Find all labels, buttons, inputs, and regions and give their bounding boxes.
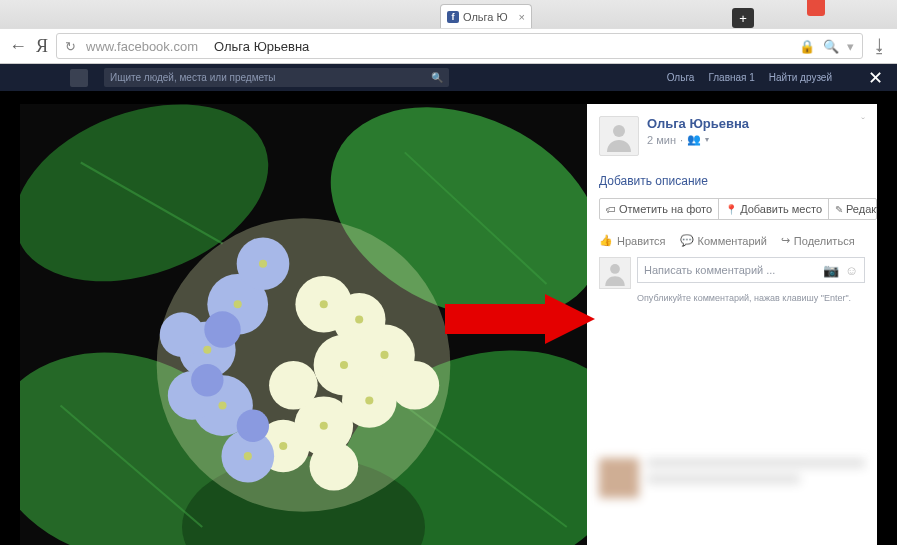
svg-point-23 [160, 312, 205, 357]
my-avatar[interactable] [599, 257, 631, 289]
svg-point-34 [203, 346, 211, 354]
sticker-icon[interactable]: ☺ [845, 263, 858, 278]
svg-point-39 [613, 125, 625, 137]
blurred-content [587, 450, 877, 545]
nav-profile[interactable]: Ольга [667, 72, 695, 83]
tab-close-icon[interactable]: × [519, 11, 525, 23]
like-button[interactable]: 👍 Нравится [599, 234, 666, 247]
camera-icon[interactable]: 📷 [823, 263, 839, 278]
tag-photo-button[interactable]: 🏷 Отметить на фото [600, 199, 719, 219]
share-button[interactable]: ↪ Поделиться [781, 234, 855, 247]
like-icon: 👍 [599, 234, 613, 247]
svg-point-16 [310, 442, 359, 491]
edit-button[interactable]: ✎ Редактиро [829, 199, 877, 219]
reaction-bar: 👍 Нравится 💬 Комментарий ↪ Поделиться [599, 234, 865, 247]
svg-point-37 [279, 442, 287, 450]
zoom-icon[interactable]: 🔍 [823, 39, 839, 54]
privacy-icon[interactable]: 👥 [687, 133, 701, 146]
comment-placeholder: Написать комментарий ... [644, 264, 775, 276]
chevron-down-icon[interactable]: ▾ [847, 39, 854, 54]
avatar[interactable] [599, 116, 639, 156]
svg-point-38 [244, 452, 252, 460]
fb-search[interactable]: Ищите людей, места или предметы 🔍 [104, 68, 449, 87]
post-menu-icon[interactable]: ˇ [861, 116, 865, 128]
comment-button[interactable]: 💬 Комментарий [680, 234, 767, 247]
post-time: 2 мин [647, 134, 676, 146]
svg-point-32 [340, 361, 348, 369]
post-header: Ольга Юрьевна 2 мин · 👥 ▾ ˇ [599, 116, 865, 156]
svg-point-35 [218, 401, 226, 409]
facebook-favicon: f [447, 11, 459, 23]
fb-nav: Ольга Главная 1 Найти друзей [667, 72, 832, 83]
url-page-title: Ольга Юрьевна [214, 39, 309, 54]
tag-icon: 🏷 [606, 204, 616, 215]
comment-input[interactable]: Написать комментарий ... 📷 ☺ [637, 257, 865, 283]
lock-icon: 🔒 [799, 39, 815, 54]
fb-logo[interactable] [70, 69, 88, 87]
fb-search-placeholder: Ищите людей, места или предметы [110, 72, 276, 83]
extension-badge[interactable] [807, 0, 825, 16]
address-bar: ← Я ↻ www.facebook.com Ольга Юрьевна 🔒 🔍… [0, 28, 897, 64]
new-tab-button[interactable]: + [732, 8, 754, 28]
svg-point-29 [380, 351, 388, 359]
svg-point-36 [259, 260, 267, 268]
browser-tab[interactable]: f Ольга Ю × [440, 4, 532, 28]
comment-icon: 💬 [680, 234, 694, 247]
svg-point-13 [391, 361, 440, 410]
svg-point-28 [355, 315, 363, 323]
svg-point-30 [365, 396, 373, 404]
svg-point-25 [191, 364, 223, 396]
svg-point-26 [237, 410, 269, 442]
fb-header: Ищите людей, места или предметы 🔍 Ольга … [0, 64, 897, 91]
photo-actions: 🏷 Отметить на фото 📍 Добавить место ✎ Ре… [599, 198, 877, 220]
nav-find-friends[interactable]: Найти друзей [769, 72, 832, 83]
share-icon: ↪ [781, 234, 790, 247]
pencil-icon: ✎ [835, 204, 843, 215]
back-button[interactable]: ← [8, 36, 28, 56]
svg-point-12 [269, 361, 318, 410]
add-description-link[interactable]: Добавить описание [599, 174, 708, 188]
svg-point-40 [610, 264, 620, 274]
page-content: Ищите людей, места или предметы 🔍 Ольга … [0, 64, 897, 545]
yandex-logo[interactable]: Я [36, 36, 48, 57]
location-icon: 📍 [725, 204, 737, 215]
comment-hint: Опубликуйте комментарий, нажав клавишу "… [637, 293, 865, 303]
svg-point-33 [234, 300, 242, 308]
close-icon[interactable]: ✕ [868, 67, 883, 89]
photo-pane[interactable] [20, 104, 587, 545]
search-icon[interactable]: 🔍 [431, 72, 443, 83]
add-place-button[interactable]: 📍 Добавить место [719, 199, 829, 219]
url-field[interactable]: ↻ www.facebook.com Ольга Юрьевна 🔒 🔍 ▾ [56, 33, 863, 59]
nav-home[interactable]: Главная 1 [708, 72, 754, 83]
svg-point-24 [204, 311, 240, 347]
privacy-caret-icon[interactable]: ▾ [705, 135, 709, 144]
comment-composer: Написать комментарий ... 📷 ☺ [599, 257, 865, 289]
svg-point-31 [320, 422, 328, 430]
tab-title: Ольга Ю [463, 11, 508, 23]
reload-icon[interactable]: ↻ [65, 39, 76, 54]
author-name[interactable]: Ольга Юрьевна [647, 116, 749, 131]
svg-point-27 [320, 300, 328, 308]
download-icon[interactable]: ⭳ [871, 36, 889, 57]
photo-viewer: Ольга Юрьевна 2 мин · 👥 ▾ ˇ Добавить опи… [20, 104, 877, 545]
tab-bar: f Ольга Ю × + [0, 0, 897, 28]
url-host: www.facebook.com [86, 39, 198, 54]
side-pane: Ольга Юрьевна 2 мин · 👥 ▾ ˇ Добавить опи… [587, 104, 877, 545]
